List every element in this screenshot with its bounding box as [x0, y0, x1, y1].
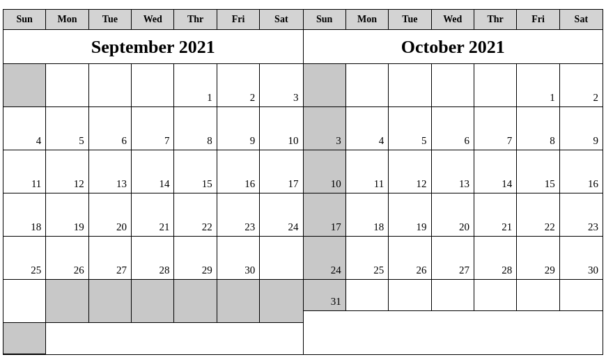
- day-number: 22: [202, 221, 212, 233]
- cal-cell: 20: [89, 193, 132, 237]
- cal-cell: 30: [560, 237, 603, 280]
- day-number: 3: [336, 135, 341, 147]
- day-number: 24: [288, 221, 299, 233]
- cal-cell: 13: [432, 150, 474, 193]
- cal-cell: 19: [389, 193, 431, 237]
- cal-cell: 11: [3, 150, 46, 193]
- cal-cell: [517, 280, 559, 311]
- cal-cell: [3, 323, 46, 354]
- day-number: 1: [550, 92, 555, 104]
- day-number: 9: [250, 135, 256, 147]
- cal-cell: 26: [389, 237, 431, 280]
- day-number: 16: [244, 178, 255, 190]
- cal-cell: [346, 280, 389, 311]
- day-number: 5: [421, 135, 427, 147]
- day-number: 5: [79, 135, 84, 147]
- cal-cell: 24: [260, 193, 302, 237]
- oct-hdr-sun: Sun: [304, 10, 346, 29]
- cal-cell: 1: [517, 64, 559, 107]
- day-number: 11: [374, 178, 384, 190]
- cal-cell: 2: [217, 64, 260, 107]
- cal-cell: 27: [89, 237, 132, 280]
- oct-hdr-sat: Sat: [560, 10, 603, 29]
- sep-hdr-mon: Mon: [46, 10, 88, 29]
- cal-cell: 2: [560, 64, 603, 107]
- cal-cell: [46, 64, 88, 107]
- cal-cell: [432, 64, 474, 107]
- cal-cell: [132, 64, 174, 107]
- cal-cell: 18: [346, 193, 389, 237]
- cal-cell: 11: [346, 150, 389, 193]
- day-number: 23: [588, 221, 598, 233]
- day-number: 21: [159, 221, 169, 233]
- sep-hdr-thr: Thr: [174, 10, 217, 29]
- day-number: 15: [202, 178, 212, 190]
- cal-cell: 3: [260, 64, 302, 107]
- day-number: 18: [373, 221, 384, 233]
- oct-hdr-wed: Wed: [432, 10, 474, 29]
- cal-cell: 7: [132, 107, 174, 150]
- day-number: 10: [288, 135, 299, 147]
- cal-cell: 15: [174, 150, 217, 193]
- day-number: 6: [122, 135, 127, 147]
- sep-hdr-wed: Wed: [132, 10, 174, 29]
- day-number: 31: [331, 296, 341, 308]
- day-number: 4: [379, 135, 384, 147]
- cal-cell: [174, 280, 217, 323]
- october-calendar: Sun Mon Tue Wed Thr Fri Sat October 2021…: [304, 10, 603, 354]
- day-number: 27: [459, 264, 469, 276]
- cal-cell: [474, 280, 517, 311]
- day-number: 7: [507, 135, 513, 147]
- cal-cell: 9: [560, 107, 603, 150]
- cal-cell: 6: [89, 107, 132, 150]
- cal-cell: [389, 280, 431, 311]
- cal-cell: 22: [174, 193, 217, 237]
- day-number: 17: [331, 221, 341, 233]
- day-number: 23: [244, 221, 255, 233]
- cal-cell: [132, 280, 174, 323]
- day-number: 28: [159, 264, 169, 276]
- cal-cell: 4: [346, 107, 389, 150]
- cal-cell: [46, 280, 88, 323]
- cal-cell: 3: [304, 107, 346, 150]
- day-number: 1: [207, 92, 212, 104]
- day-number: 6: [464, 135, 469, 147]
- october-grid: 1234567891011121314151617181920212223242…: [304, 63, 603, 311]
- day-number: 15: [545, 178, 555, 190]
- cal-cell: [474, 64, 517, 107]
- day-number: 4: [36, 135, 42, 147]
- day-number: 18: [31, 221, 41, 233]
- cal-cell: 9: [217, 107, 260, 150]
- cal-cell: 19: [46, 193, 88, 237]
- day-number: 13: [459, 178, 469, 190]
- cal-cell: 20: [432, 193, 474, 237]
- day-number: 2: [593, 92, 599, 104]
- cal-cell: 5: [46, 107, 88, 150]
- day-number: 16: [588, 178, 598, 190]
- cal-cell: 5: [389, 107, 431, 150]
- cal-cell: 15: [517, 150, 559, 193]
- day-number: 30: [244, 264, 255, 276]
- cal-cell: 16: [560, 150, 603, 193]
- sep-hdr-fri: Fri: [217, 10, 260, 29]
- cal-cell: 23: [217, 193, 260, 237]
- day-number: 25: [373, 264, 384, 276]
- cal-cell: 21: [474, 193, 517, 237]
- cal-cell: 7: [474, 107, 517, 150]
- day-number: 20: [116, 221, 127, 233]
- cal-cell: 22: [517, 193, 559, 237]
- cal-cell: [89, 64, 132, 107]
- day-number: 3: [293, 92, 299, 104]
- day-number: 22: [545, 221, 555, 233]
- cal-cell: 12: [389, 150, 431, 193]
- cal-cell: 14: [474, 150, 517, 193]
- cal-cell: [432, 280, 474, 311]
- september-calendar: Sun Mon Tue Wed Thr Fri Sat September 20…: [3, 10, 304, 354]
- cal-cell: [260, 237, 302, 280]
- day-number: 27: [116, 264, 127, 276]
- cal-cell: [389, 64, 431, 107]
- cal-cell: 17: [304, 193, 346, 237]
- cal-cell: 21: [132, 193, 174, 237]
- cal-cell: 28: [132, 237, 174, 280]
- cal-cell: 14: [132, 150, 174, 193]
